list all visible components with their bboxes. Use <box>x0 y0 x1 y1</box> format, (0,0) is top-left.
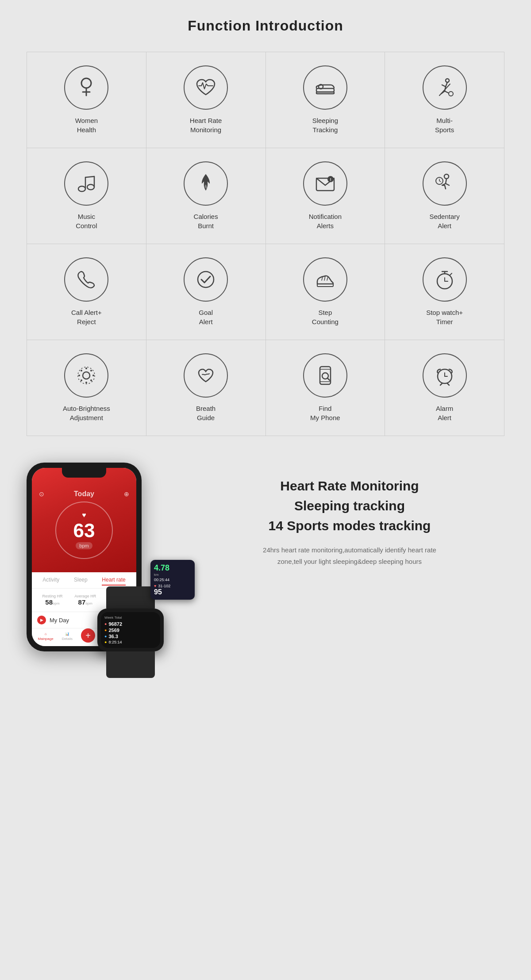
svg-line-34 <box>450 273 452 275</box>
nav-add[interactable]: + <box>81 632 95 643</box>
watch-screen: Week Total ● 96872 ● 2569 ● 36.3 <box>101 612 160 648</box>
nav-mainpage-label: Mainpage <box>38 637 54 641</box>
feature-breath: BreathGuide <box>146 340 266 436</box>
brightness-label: Auto-BrightnessAdjustment <box>63 404 110 422</box>
chart-icon: 📊 <box>65 632 69 636</box>
small-hr-current: 95 <box>154 588 191 596</box>
feature-step-counting: StepCounting <box>266 244 385 340</box>
home-icon: ⌂ <box>45 632 47 636</box>
svg-line-24 <box>446 184 449 185</box>
phone-tabs[interactable]: Activity Sleep Heart rate <box>32 572 136 588</box>
tab-heart-rate[interactable]: Heart rate <box>102 577 125 586</box>
small-hr-range: 31-102 <box>158 584 170 588</box>
feature-alarm: AlarmAlert <box>385 340 504 436</box>
nav-details[interactable]: 📊 Details <box>62 632 73 643</box>
resting-hr-value: 58 <box>45 598 53 606</box>
multi-sports-icon-circle <box>423 65 467 110</box>
feature-stopwatch: Stop watch+Timer <box>385 244 504 340</box>
nav-mainpage[interactable]: ⌂ Mainpage <box>38 632 54 643</box>
svg-line-9 <box>442 85 446 87</box>
sports-icon <box>433 76 456 99</box>
svg-line-12 <box>445 91 448 93</box>
svg-line-53 <box>440 383 442 385</box>
notification-icon-circle: ! <box>303 161 347 206</box>
heart-icon: ♥ <box>82 511 86 519</box>
svg-point-40 <box>81 370 82 371</box>
svg-point-43 <box>81 379 82 381</box>
watch-distance: 36.3 <box>108 634 118 639</box>
goal-icon-circle <box>184 257 228 302</box>
svg-rect-5 <box>316 92 334 94</box>
phone-notch <box>62 468 106 478</box>
find-phone-label: FindMy Phone <box>310 404 340 422</box>
breath-icon-circle <box>184 353 228 398</box>
distance-dot: ● <box>104 634 107 639</box>
watch-week-total: Week Total <box>104 616 157 620</box>
watch-distance-row: ● 36.3 <box>104 634 157 639</box>
add-button[interactable]: + <box>81 628 95 643</box>
small-hr-row: ♥ 31-102 <box>154 584 191 588</box>
breath-icon <box>194 364 217 387</box>
bpm-value: 63 <box>73 521 95 540</box>
sedentary-icon <box>433 172 456 195</box>
feature-call-alert: Call Alert+Reject <box>27 244 146 340</box>
nav-details-label: Details <box>62 637 73 641</box>
calories-dot: ● <box>104 628 107 632</box>
feature-notification: ! NotificationAlerts <box>266 148 385 244</box>
women-health-label: WomenHealth <box>75 116 98 134</box>
checkmark-circle-icon <box>194 268 217 291</box>
svg-line-49 <box>327 378 330 380</box>
feature-multi-sports: Multi-Sports <box>385 52 504 148</box>
watch-time-row: ● 8:25:14 <box>104 640 157 644</box>
heading-line1: Heart Rate Monitoring <box>195 476 504 496</box>
resting-hr-label: Resting HR <box>42 594 62 598</box>
shoe-icon <box>314 268 337 291</box>
features-grid: WomenHealth Heart RateMonitoring <box>27 52 504 436</box>
sleep-icon <box>314 76 337 99</box>
svg-point-44 <box>78 367 95 384</box>
heading-line3: 14 Sports modes tracking <box>195 516 504 536</box>
svg-point-16 <box>87 184 94 190</box>
breath-label: BreathGuide <box>196 404 215 422</box>
sedentary-label: SedentaryAlert <box>429 212 459 230</box>
feature-brightness: Auto-BrightnessAdjustment <box>27 340 146 436</box>
stopwatch-label: Stop watch+Timer <box>426 308 463 326</box>
multi-sports-label: Multi-Sports <box>435 116 454 134</box>
goal-alert-label: GoalAlert <box>199 308 213 326</box>
avg-hr-value: 87 <box>78 598 86 606</box>
music-icon-circle <box>64 161 108 206</box>
phone-search-icon <box>314 364 337 387</box>
page-wrapper: Function Introduction WomenHealth <box>0 0 531 746</box>
svg-line-8 <box>446 82 447 87</box>
notification-label: NotificationAlerts <box>309 212 342 230</box>
feature-sedentary: SedentaryAlert <box>385 148 504 244</box>
phone-section: ⊙ Today ⊕ ♥ 63 bpm Activity Sleep <box>27 463 177 651</box>
my-day-label: My Day <box>50 617 69 624</box>
alarm-icon-circle <box>423 353 467 398</box>
watch-body: Week Total ● 96872 ● 2569 ● 36.3 <box>97 609 164 651</box>
fire-icon <box>194 172 217 195</box>
find-phone-icon-circle <box>303 353 347 398</box>
feature-women-health: WomenHealth <box>27 52 146 148</box>
svg-point-0 <box>81 78 91 88</box>
main-heading: Heart Rate Monitoring Sleeping tracking … <box>195 476 504 536</box>
svg-point-39 <box>92 375 94 376</box>
svg-point-38 <box>78 375 80 376</box>
my-day-icon: ▶ <box>37 616 46 624</box>
svg-text:!: ! <box>330 177 331 182</box>
today-label: Today <box>74 490 94 498</box>
svg-point-36 <box>85 368 87 369</box>
svg-point-35 <box>83 372 90 379</box>
heart-rate-label: Heart RateMonitoring <box>190 116 222 134</box>
envelope-icon: ! <box>314 172 337 195</box>
watch-time: 8:25:14 <box>108 640 122 644</box>
alarm-label: AlarmAlert <box>436 404 453 422</box>
tab-activity[interactable]: Activity <box>42 577 59 586</box>
watch-band-top <box>106 586 155 609</box>
tab-sleep[interactable]: Sleep <box>74 577 88 586</box>
small-distance: 4.78 <box>154 563 191 573</box>
feature-goal-alert: GoalAlert <box>146 244 266 340</box>
heading-line2: Sleeping tracking <box>195 496 504 516</box>
resting-hr-unit: bpm <box>53 601 60 605</box>
music-icon <box>75 172 98 195</box>
